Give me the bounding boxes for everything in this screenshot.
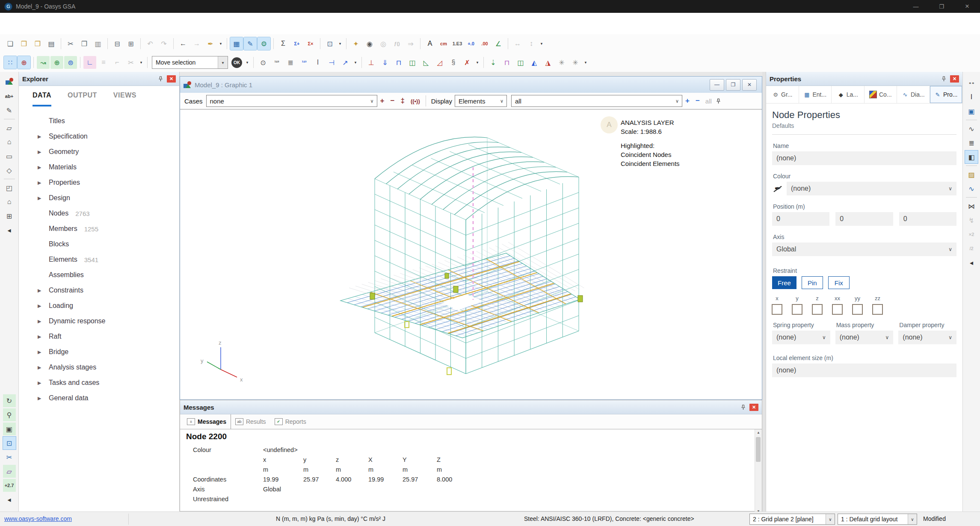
grid-snap[interactable]: ∷: [4, 56, 17, 69]
sum-delete[interactable]: Σ×: [304, 37, 317, 50]
find[interactable]: ◉: [363, 37, 376, 50]
tree-item[interactable]: ▶ Specification: [19, 129, 179, 144]
result-beam[interactable]: ⊓: [500, 56, 513, 69]
view-3d[interactable]: ◇: [3, 164, 16, 177]
expand-cols[interactable]: ↕: [525, 37, 538, 50]
redo[interactable]: ↷: [157, 37, 170, 50]
menu-item[interactable]: [94, 13, 109, 34]
section-display[interactable]: I: [311, 56, 324, 69]
pin-icon[interactable]: [940, 75, 947, 82]
tree-item[interactable]: Assemblies: [19, 267, 179, 283]
merge-tool[interactable]: ⋈: [965, 200, 978, 213]
load-tri[interactable]: ◿: [433, 56, 446, 69]
view-plan[interactable]: ▭: [3, 150, 16, 163]
result-tri[interactable]: ◭: [528, 56, 541, 69]
collapse-left-top[interactable]: ◂: [3, 224, 16, 236]
nav-back[interactable]: ←: [177, 37, 189, 50]
nav-forward[interactable]: →: [190, 37, 203, 50]
explorer-tab[interactable]: DATA: [33, 86, 51, 106]
tree-item[interactable]: ▶ Raft: [19, 329, 179, 344]
properties-tab[interactable]: Co...: [865, 86, 897, 103]
drag-select[interactable]: ✂: [3, 451, 16, 464]
name-field[interactable]: (none): [772, 151, 956, 165]
element-settings[interactable]: ▣: [965, 105, 978, 118]
dof-checkbox[interactable]: [832, 304, 843, 315]
solid-view[interactable]: ◧: [965, 151, 978, 163]
menu-item[interactable]: [50, 13, 65, 34]
graphic-window-titlebar[interactable]: Model_9 : Graphic 1 — ❐ ✕: [180, 77, 762, 93]
table-view[interactable]: ▦: [230, 37, 243, 50]
more-decimals[interactable]: +.0: [465, 37, 477, 50]
menu-item[interactable]: [138, 13, 152, 34]
sweep-dropdown[interactable]: ▾: [218, 37, 224, 50]
zoom-tool[interactable]: ⚲: [3, 408, 16, 421]
menu-item[interactable]: [7, 13, 21, 34]
print-preview[interactable]: ⊞: [124, 37, 137, 50]
result-y[interactable]: ✳: [569, 56, 582, 69]
properties-tab[interactable]: ∿ Dia...: [897, 86, 930, 103]
function[interactable]: ƒ(): [391, 37, 403, 50]
step-line[interactable]: ⌐: [111, 56, 124, 69]
dof-checkbox[interactable]: [792, 304, 802, 315]
result-curve[interactable]: ◮: [542, 56, 554, 69]
panel-splitter[interactable]: [762, 72, 766, 511]
chevron-down-icon[interactable]: ▾: [218, 56, 228, 68]
load-delete[interactable]: ✗: [461, 56, 474, 69]
new-graphic-view[interactable]: [3, 76, 16, 89]
load-patch[interactable]: ◫: [406, 56, 419, 69]
dof-checkbox[interactable]: [852, 304, 863, 315]
undo[interactable]: ↶: [144, 37, 157, 50]
tree-item[interactable]: Titles: [19, 113, 179, 129]
restraint-button[interactable]: Free: [772, 276, 796, 289]
view-front[interactable]: ⌂: [3, 136, 16, 148]
section-tool[interactable]: I: [965, 91, 978, 103]
tree-item[interactable]: ▶ Tasks and cases: [19, 375, 179, 390]
explorer-tab[interactable]: OUTPUT: [68, 86, 97, 106]
tree-item[interactable]: ▶ Constraints: [19, 283, 179, 298]
sum-add[interactable]: Σ+: [290, 37, 303, 50]
load-beam[interactable]: ⊓: [392, 56, 405, 69]
add-entity[interactable]: ⊕: [18, 56, 30, 69]
load-settlement[interactable]: §: [447, 56, 460, 69]
tree-item[interactable]: ▶ Analysis stages: [19, 360, 179, 375]
select-nodes[interactable]: ⊡: [3, 437, 16, 449]
split-elements[interactable]: ✂: [124, 56, 137, 69]
pin-icon[interactable]: [740, 404, 746, 411]
broadcast-icon[interactable]: ((•)): [408, 98, 423, 104]
close-icon[interactable]: ✕: [749, 404, 758, 411]
copy[interactable]: ❐: [78, 37, 91, 50]
polyline-tool[interactable]: ∿: [965, 122, 978, 135]
spring-select[interactable]: (none)∨: [772, 331, 830, 344]
website-link[interactable]: www.oasys-software.com: [4, 515, 72, 522]
mass-select[interactable]: (none)∨: [835, 331, 894, 344]
deform-tool[interactable]: ↯: [965, 214, 978, 227]
dof-checkbox[interactable]: [772, 304, 782, 315]
add-link[interactable]: ⊚: [64, 56, 77, 69]
save-file[interactable]: ▤: [45, 37, 58, 50]
load-node[interactable]: ⊥: [365, 56, 378, 69]
messages-tab[interactable]: ≡ Messages: [183, 414, 231, 429]
sweep-tool[interactable]: ✒: [204, 37, 217, 50]
tree-item[interactable]: ▶ Geometry: [19, 144, 179, 160]
damper-select[interactable]: (none)∨: [898, 331, 956, 344]
model-tools[interactable]: ⚙: [258, 37, 270, 50]
expand-dropdown[interactable]: ▾: [539, 37, 545, 50]
draw-arc[interactable]: ↝: [37, 56, 50, 69]
import-model[interactable]: ❐: [31, 37, 44, 50]
menu-item[interactable]: [65, 13, 80, 34]
clip-volume[interactable]: ◰: [3, 181, 16, 194]
element-numbers[interactable]: ¹²³: [298, 56, 311, 69]
close-icon[interactable]: ✕: [950, 75, 959, 83]
menu-item[interactable]: [123, 13, 138, 34]
position-x-field[interactable]: 0: [772, 212, 829, 226]
result-disp[interactable]: ⇣: [487, 56, 500, 69]
graphic-close-button[interactable]: ✕: [742, 79, 757, 91]
display-filter-select[interactable]: all∨: [511, 95, 682, 107]
display-dropdown[interactable]: ▾: [352, 56, 358, 69]
move-selection-combobox[interactable]: Move selection ▾: [152, 56, 228, 69]
sculpt-edit[interactable]: ✎: [244, 37, 257, 50]
remove-display-button[interactable]: −: [693, 97, 703, 105]
rotate-view[interactable]: ↻: [3, 394, 16, 407]
paste[interactable]: ▥: [92, 37, 104, 50]
explorer-tab[interactable]: VIEWS: [113, 86, 136, 106]
